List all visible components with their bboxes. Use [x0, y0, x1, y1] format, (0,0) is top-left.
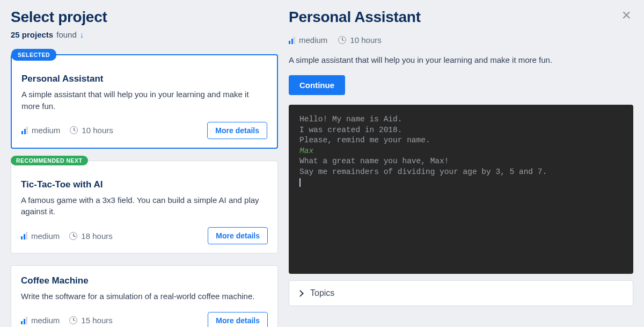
- project-card-tictactoe[interactable]: RECOMMENDED NEXT Tic-Tac-Toe with AI A f…: [11, 161, 278, 254]
- detail-desc: A simple assistant that will help you in…: [289, 55, 633, 64]
- project-card-title: Coffee Machine: [21, 275, 268, 286]
- project-count-row: 25 projects found ↓: [11, 30, 278, 39]
- terminal-line: Please, remind me your name.: [299, 136, 430, 144]
- difficulty-bars-icon: [21, 317, 27, 324]
- project-card-personal-assistant[interactable]: SELECTED Personal Assistant A simple ass…: [11, 54, 278, 149]
- project-card-title: Personal Assistant: [21, 74, 267, 84]
- difficulty-label: medium: [299, 35, 327, 45]
- hours-meta: 18 hours: [69, 231, 112, 241]
- clock-icon: [69, 232, 77, 240]
- chevron-right-icon: [297, 290, 304, 297]
- project-detail-panel: Personal Assistant × medium 10 hours A s…: [289, 9, 633, 318]
- project-card-desc: Write the software for a simulation of a…: [21, 290, 268, 302]
- clock-icon: [70, 126, 78, 134]
- clock-icon: [338, 36, 346, 44]
- more-details-button[interactable]: More details: [208, 227, 268, 244]
- more-details-button[interactable]: More details: [208, 312, 268, 327]
- project-card-desc: A simple assistant that will help you in…: [21, 89, 267, 112]
- project-count: 25 projects: [11, 30, 53, 39]
- hours-label: 10 hours: [82, 126, 113, 135]
- clock-icon: [69, 316, 77, 324]
- project-cards: SELECTED Personal Assistant A simple ass…: [11, 54, 278, 327]
- difficulty-meta: medium: [21, 231, 60, 241]
- terminal-line: I was created in 2018.: [299, 126, 402, 134]
- hours-label: 18 hours: [81, 231, 112, 241]
- detail-title: Personal Assistant: [289, 9, 421, 26]
- difficulty-label: medium: [31, 316, 60, 325]
- difficulty-meta: medium: [21, 316, 60, 325]
- topics-label: Topics: [310, 288, 334, 298]
- project-card-title: Tic-Tac-Toe with AI: [21, 179, 268, 190]
- recommended-badge: RECOMMENDED NEXT: [11, 156, 88, 165]
- difficulty-meta: medium: [289, 35, 327, 45]
- hours-meta: 10 hours: [70, 126, 113, 135]
- page-title: Select project: [11, 9, 278, 26]
- project-card-desc: A famous game with a 3x3 field. You can …: [21, 194, 268, 218]
- terminal-line: Hello! My name is Aid.: [299, 115, 402, 123]
- project-list-panel: Select project 25 projects found ↓ SELEC…: [11, 9, 278, 318]
- hours-meta: 10 hours: [338, 35, 381, 45]
- terminal-line: What a great name you have, Max!: [299, 157, 449, 165]
- difficulty-bars-icon: [289, 37, 295, 44]
- hours-meta: 15 hours: [69, 316, 112, 325]
- terminal-line: Say me remainders of dividing your age b…: [299, 168, 547, 176]
- project-count-suffix: found: [56, 30, 77, 39]
- difficulty-bars-icon: [21, 232, 27, 239]
- hours-label: 15 hours: [81, 316, 112, 325]
- hours-label: 10 hours: [350, 35, 381, 45]
- close-icon: ×: [621, 6, 631, 24]
- sort-arrow-icon[interactable]: ↓: [80, 30, 84, 39]
- selected-badge: SELECTED: [11, 49, 56, 61]
- close-button[interactable]: ×: [619, 9, 633, 21]
- difficulty-meta: medium: [21, 126, 60, 135]
- terminal-cursor: [299, 178, 301, 187]
- project-card-coffee-machine[interactable]: Coffee Machine Write the software for a …: [11, 265, 278, 327]
- terminal-preview: Hello! My name is Aid. I was created in …: [289, 105, 633, 274]
- topics-expander[interactable]: Topics: [289, 280, 633, 306]
- terminal-user-input: Max: [299, 147, 313, 155]
- difficulty-label: medium: [31, 231, 60, 241]
- continue-button[interactable]: Continue: [289, 75, 345, 95]
- difficulty-bars-icon: [21, 127, 28, 134]
- more-details-button[interactable]: More details: [207, 122, 267, 139]
- difficulty-label: medium: [32, 126, 60, 135]
